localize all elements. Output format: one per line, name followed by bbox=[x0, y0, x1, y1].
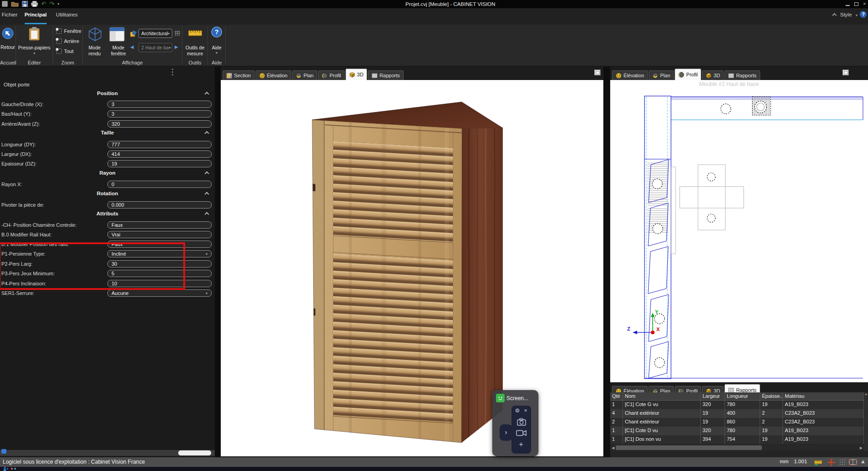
scale-indicator[interactable]: 1.001 bbox=[794, 459, 807, 464]
clipboard-icon[interactable] bbox=[28, 27, 40, 41]
tab-3d[interactable]: 3D bbox=[346, 69, 367, 80]
table-hscrollbar[interactable]: ◀ ▶ bbox=[610, 444, 864, 451]
back-button-label[interactable]: Retour bbox=[0, 44, 16, 50]
clipboard-dropdown-icon[interactable]: ▾ bbox=[16, 51, 53, 55]
window-mode-label1[interactable]: Mode bbox=[107, 45, 130, 50]
crosshair-icon[interactable] bbox=[827, 458, 836, 466]
section-header-position[interactable]: Position bbox=[0, 91, 215, 96]
col-nom[interactable]: Nom bbox=[623, 392, 701, 400]
back-icon[interactable] bbox=[2, 27, 14, 39]
property-input[interactable]: 3 bbox=[107, 101, 212, 108]
collapse-section-icon[interactable] bbox=[205, 92, 209, 96]
window-mode-label2[interactable]: fenêtre bbox=[107, 51, 130, 56]
property-input[interactable]: 0 bbox=[107, 181, 212, 188]
window-bounds-icon[interactable] bbox=[848, 459, 857, 466]
tab-elevation[interactable]: Élévation bbox=[612, 70, 648, 80]
menu-tab-utilitaires[interactable]: Utilitaires bbox=[54, 12, 80, 17]
panel-splitter[interactable] bbox=[603, 67, 609, 457]
maximize-button[interactable] bbox=[854, 2, 858, 6]
property-input[interactable]: 0.000 bbox=[107, 201, 212, 209]
section-header-taille[interactable]: Taille bbox=[0, 130, 215, 135]
widget-expand-icon[interactable]: › bbox=[500, 424, 512, 441]
table-row[interactable]: 2Chant extérieur198602C23A2_B023 bbox=[610, 418, 868, 427]
measure-tools-label2[interactable]: mesure bbox=[182, 51, 208, 56]
tab-3d[interactable]: 3D bbox=[702, 70, 724, 80]
style-dropdown-icon[interactable]: ▾ bbox=[856, 13, 857, 17]
tab-profil[interactable]: Profil bbox=[675, 69, 701, 80]
section-header-attributs[interactable]: Attributs bbox=[0, 211, 215, 216]
property-dropdown[interactable]: Aucune▾ bbox=[107, 289, 212, 297]
scroll-right-icon[interactable]: ▶ bbox=[858, 446, 864, 450]
print-icon[interactable] bbox=[31, 1, 38, 7]
tab-rapports[interactable]: Rapports bbox=[368, 70, 404, 80]
property-input[interactable]: 19 bbox=[107, 160, 212, 167]
col-materiau[interactable]: Matériau bbox=[783, 392, 864, 400]
style-menu[interactable]: Style bbox=[840, 12, 852, 17]
undo-icon[interactable]: ↶ bbox=[41, 1, 46, 7]
viewport-profil[interactable]: Meuble #2 Haut de base bbox=[610, 80, 868, 382]
measure-status-icon[interactable] bbox=[814, 460, 823, 466]
unit-indicator[interactable]: mm bbox=[780, 459, 788, 464]
table-row[interactable]: 1[C1] Dos non vu39475419A19_B023 bbox=[610, 435, 868, 444]
tab-plan[interactable]: Plan bbox=[649, 70, 674, 80]
panel-scrollbar-thumb[interactable] bbox=[178, 450, 211, 455]
clipboard-button-label[interactable]: Presse-papiers bbox=[16, 45, 53, 50]
collapse-section-icon[interactable] bbox=[205, 192, 209, 197]
float-view-button[interactable] bbox=[842, 70, 849, 75]
widget-settings-icon[interactable]: ⚙ bbox=[514, 407, 521, 414]
collapse-section-icon[interactable] bbox=[205, 212, 209, 217]
tab-section[interactable]: Section bbox=[223, 70, 255, 80]
render-mode-icon[interactable] bbox=[87, 27, 103, 42]
view-dropdown[interactable]: 2 Haut de ba▾ bbox=[138, 43, 172, 52]
screen-capture-widget[interactable]: Screen... ⚙ × + › bbox=[492, 390, 538, 456]
table-header[interactable]: Qté Nom Largeur Longueur Épaisse... Maté… bbox=[610, 392, 868, 401]
close-button[interactable]: × bbox=[863, 1, 866, 6]
tab-profil[interactable]: Profil bbox=[318, 70, 345, 80]
section-header-rotation[interactable]: Rotation bbox=[0, 191, 215, 196]
table-vscrollbar[interactable]: ▲ bbox=[864, 392, 868, 451]
help-icon[interactable]: ? bbox=[860, 11, 867, 18]
widget-add-icon[interactable]: + bbox=[517, 440, 525, 449]
record-video-icon[interactable] bbox=[516, 429, 527, 437]
redo-icon[interactable]: ↷ bbox=[49, 1, 54, 7]
user-icon[interactable] bbox=[3, 467, 9, 471]
widget-close-icon[interactable]: × bbox=[522, 407, 529, 414]
table-row[interactable]: 1[C1] Cote D vu32078019A19_B023 bbox=[610, 427, 868, 435]
qat-customize-icon[interactable]: ▾ bbox=[58, 2, 59, 6]
property-input[interactable]: 320 bbox=[107, 120, 212, 128]
new-file-icon[interactable] bbox=[2, 1, 8, 7]
tab-plan[interactable]: Plan bbox=[292, 70, 317, 80]
property-input[interactable]: 777 bbox=[107, 141, 212, 148]
screenshot-camera-icon[interactable] bbox=[517, 417, 527, 426]
architectural-dropdown[interactable]: Architectural▾ bbox=[138, 29, 172, 38]
fence-icon[interactable] bbox=[174, 30, 181, 37]
col-largeur[interactable]: Largeur bbox=[701, 392, 725, 400]
render-mode-label1[interactable]: Mode bbox=[83, 45, 107, 50]
float-view-button[interactable] bbox=[594, 70, 601, 75]
render-mode-label2[interactable]: rendu bbox=[83, 51, 107, 56]
property-input[interactable]: 3 bbox=[107, 110, 212, 118]
table-row[interactable]: 4Chant extérieur194002C23A2_B023 bbox=[610, 409, 868, 418]
collapse-ribbon-icon[interactable] bbox=[832, 13, 837, 18]
zoom-arriere-button[interactable]: Arrière bbox=[56, 38, 79, 44]
help-dropdown-icon[interactable]: ▾ bbox=[208, 51, 225, 55]
viewport-3d[interactable] bbox=[221, 80, 603, 456]
tab-elevation[interactable]: Élévation bbox=[256, 70, 291, 80]
collapse-section-icon[interactable] bbox=[205, 171, 209, 176]
panel-splitter[interactable] bbox=[215, 67, 221, 457]
resize-grip-icon[interactable]: ▲ bbox=[860, 458, 866, 465]
table-row[interactable]: 1[C1] Cote G vu32078019A19_B023 bbox=[610, 401, 868, 409]
scroll-left-icon[interactable]: ◀ bbox=[610, 446, 616, 450]
splitter-handle[interactable] bbox=[171, 69, 174, 75]
menu-tab-principal[interactable]: Principal bbox=[24, 12, 48, 17]
col-epaisseur[interactable]: Épaisse... bbox=[760, 392, 783, 400]
property-input[interactable]: 414 bbox=[107, 150, 212, 158]
help-button-label[interactable]: Aide bbox=[208, 45, 225, 50]
save-icon[interactable] bbox=[22, 1, 28, 7]
minimize-button[interactable] bbox=[846, 5, 850, 6]
tab-rapports[interactable]: Rapports bbox=[724, 70, 760, 80]
menu-tab-fichier[interactable]: Fichier bbox=[1, 12, 18, 17]
collapse-section-icon[interactable] bbox=[205, 131, 209, 136]
zoom-tout-button[interactable]: Tout bbox=[56, 48, 74, 54]
measure-tools-label1[interactable]: Outils de bbox=[182, 45, 208, 50]
